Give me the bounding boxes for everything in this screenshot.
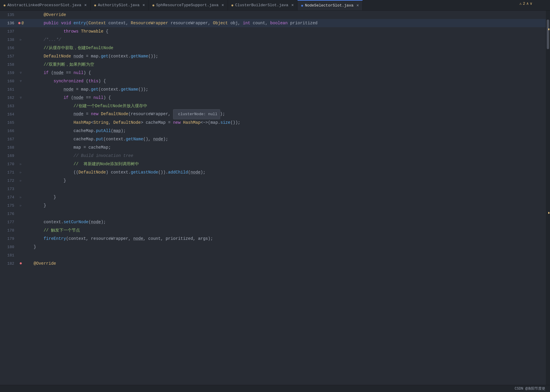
content-170: // 将新建的Node添加到调用树中 xyxy=(24,160,139,168)
content-174: } xyxy=(24,193,56,201)
linenum-179: 179 xyxy=(4,237,18,241)
line-176: 176 xyxy=(0,210,550,218)
linenum-156: 156 xyxy=(4,46,18,50)
linenum-135: 135 xyxy=(4,13,18,17)
line-162: 162 ▽ if (node == null) { xyxy=(0,94,550,102)
warning-badge: ⚠ 2 ∧ ∨ xyxy=(519,1,532,6)
fold-174[interactable]: ▷ xyxy=(20,196,21,199)
code-lines: 135 @Override 136 ● @ public void entry(… xyxy=(0,11,550,385)
linenum-166: 166 xyxy=(4,129,18,133)
fold-170[interactable]: ▷ xyxy=(20,163,21,166)
linenum-161: 161 xyxy=(4,87,18,92)
line-174: 174 ▷ } xyxy=(0,193,550,201)
tab-label-abstract: AbstractLinkedProcessorSlot.java xyxy=(7,3,81,7)
tab-sph[interactable]: ◉ SphResourceTypeSupport.java × xyxy=(149,0,228,10)
content-173 xyxy=(24,185,26,193)
marker-160: ▽ xyxy=(18,79,24,83)
tab-nodeselector[interactable]: ◉ NodeSelectorSlot.java × xyxy=(298,0,363,10)
tab-icon-abstract: ◉ xyxy=(4,3,6,7)
error-icon-182: ● xyxy=(19,261,22,266)
tab-abstract[interactable]: ◉ AbstractLinkedProcessorSlot.java × xyxy=(0,0,91,10)
fold-172[interactable]: ▷ xyxy=(20,179,21,182)
tab-label-authority: AuthoritySlot.java xyxy=(98,3,139,7)
fold-159[interactable]: ▽ xyxy=(20,71,22,75)
editor-container: ◉ AbstractLinkedProcessorSlot.java × ◉ A… xyxy=(0,0,550,392)
tab-close-cluster[interactable]: × xyxy=(291,3,294,8)
linenum-172: 172 xyxy=(4,179,18,183)
content-158: //双重判断，如果判断为空 xyxy=(24,60,94,69)
fold-160[interactable]: ▽ xyxy=(20,79,22,83)
tab-label-nodeselector: NodeSelectorSlot.java xyxy=(305,3,354,8)
line-164: 164 node = new DefaultNode(resourceWrapp… xyxy=(0,110,550,118)
linenum-169: 169 xyxy=(4,154,18,158)
marker-172: ▷ xyxy=(18,179,24,182)
content-136: public void entry(Context context, Resou… xyxy=(24,19,318,27)
warning-nav-up[interactable]: ∧ xyxy=(526,1,529,6)
line-167: 167 cacheMap.put(context.getName(), node… xyxy=(0,135,550,143)
marker-170: ▷ xyxy=(18,163,24,166)
tab-icon-sph: ◉ xyxy=(152,3,154,7)
tab-close-abstract[interactable]: × xyxy=(84,3,87,8)
at-icon-136: @ xyxy=(22,21,24,25)
tab-bar: ◉ AbstractLinkedProcessorSlot.java × ◉ A… xyxy=(0,0,550,11)
warning-nav-down[interactable]: ∨ xyxy=(530,1,532,6)
code-area: 135 @Override 136 ● @ public void entry(… xyxy=(0,11,550,385)
status-text: CSDN @渔阳节度使 xyxy=(515,386,545,391)
linenum-182: 182 xyxy=(4,261,18,266)
content-135: @Override xyxy=(24,11,66,19)
linenum-157: 157 xyxy=(4,54,18,59)
content-164: node = new DefaultNode(resourceWrapper, … xyxy=(24,109,225,119)
linenum-165: 165 xyxy=(4,121,18,125)
tab-icon-authority: ◉ xyxy=(94,3,96,7)
line-159: 159 ▽ if (node == null) { xyxy=(0,69,550,77)
line-138: 138 ▷ /*...*/ xyxy=(0,36,550,44)
line-173: 173 xyxy=(0,185,550,193)
content-181 xyxy=(24,251,26,259)
content-180: } xyxy=(24,243,36,251)
tab-close-authority[interactable]: × xyxy=(143,3,145,8)
linenum-177: 177 xyxy=(4,220,18,224)
marker-171: ▷ xyxy=(18,171,24,174)
content-156: //从缓存中获取，创建DefaultNode xyxy=(24,44,113,52)
line-178: 178 // 触发下一个节点 xyxy=(0,226,550,234)
tab-icon-nodeselector: ◉ xyxy=(301,4,303,7)
fold-171[interactable]: ▷ xyxy=(20,171,21,174)
line-177: 177 context.setCurNode(node); xyxy=(0,218,550,226)
marker-138: ▷ xyxy=(18,38,24,41)
content-166: cacheMap.putAll(map); xyxy=(24,127,126,135)
fold-138[interactable]: ▷ xyxy=(20,38,22,41)
content-137: throws Throwable { xyxy=(24,27,108,36)
linenum-137: 137 xyxy=(4,29,18,34)
line-156: 156 //从缓存中获取，创建DefaultNode xyxy=(0,44,550,52)
line-137: 137 throws Throwable { xyxy=(0,27,550,36)
linenum-136: 136 xyxy=(4,21,18,25)
marker-174: ▷ xyxy=(18,196,24,199)
linenum-171: 171 xyxy=(4,170,18,175)
tab-cluster[interactable]: ◉ ClusterBuilderSlot.java × xyxy=(228,0,298,10)
tab-close-nodeselector[interactable]: × xyxy=(356,3,359,8)
fold-162[interactable]: ▽ xyxy=(20,96,22,99)
fold-175[interactable]: ▷ xyxy=(20,204,21,207)
minimap-indicator-2 xyxy=(548,212,549,214)
tab-close-sph[interactable]: × xyxy=(221,3,224,8)
warning-icon: ⚠ xyxy=(519,1,522,6)
content-157: DefaultNode node = map.get(context.getNa… xyxy=(24,52,158,60)
linenum-159: 159 xyxy=(4,71,18,75)
content-159: if (node == null) { xyxy=(24,69,91,77)
linenum-180: 180 xyxy=(4,245,18,249)
tab-label-cluster: ClusterBuilderSlot.java xyxy=(235,3,288,7)
linenum-158: 158 xyxy=(4,62,18,67)
tab-authority[interactable]: ◉ AuthoritySlot.java × xyxy=(91,0,149,10)
content-178: // 触发下一个节点 xyxy=(24,226,80,234)
line-181: 181 xyxy=(0,251,550,259)
scrollbar[interactable] xyxy=(546,11,550,385)
scrollbar-thumb[interactable] xyxy=(547,20,549,49)
linenum-167: 167 xyxy=(4,137,18,142)
line-163: 163 //创建一个DefaultNode并放入缓存中 xyxy=(0,102,550,110)
marker-159: ▽ xyxy=(18,71,24,75)
warning-count: 2 xyxy=(523,1,525,6)
content-138: /*...*/ xyxy=(24,36,61,44)
status-bar: CSDN @渔阳节度使 xyxy=(0,385,550,392)
linenum-164: 164 xyxy=(4,112,18,117)
content-165: HashMap<String, DefaultNode> cacheMap = … xyxy=(24,118,240,127)
